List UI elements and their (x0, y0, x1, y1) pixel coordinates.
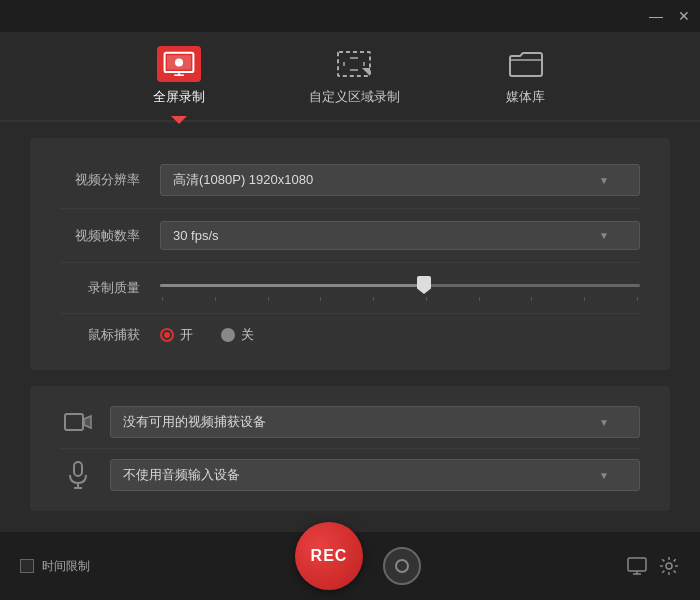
framerate-label: 视频帧数率 (60, 227, 140, 245)
tab-media-label: 媒体库 (506, 88, 545, 106)
tab-fullscreen-label: 全屏录制 (153, 88, 205, 106)
bottom-center: REC (90, 542, 626, 590)
radio-on-circle (160, 328, 174, 342)
quality-slider-thumb[interactable] (417, 276, 431, 294)
mouse-capture-radio-group: 开 关 (160, 326, 640, 344)
custom-record-icon (332, 46, 376, 82)
resolution-control: 高清(1080P) 1920x1080 ▼ (160, 164, 640, 196)
bottom-bar: 时间限制 REC (0, 532, 700, 600)
framerate-dropdown[interactable]: 30 fps/s ▼ (160, 221, 640, 250)
stop-inner-icon (395, 559, 409, 573)
radio-off-circle (221, 328, 235, 342)
tab-fullscreen[interactable]: 全屏录制 (141, 38, 217, 114)
bottom-right-icons (626, 555, 680, 577)
monitor-icon[interactable] (626, 555, 648, 577)
mouse-capture-off[interactable]: 关 (221, 326, 254, 344)
tab-bar: 全屏录制 自定义区域录制 (0, 32, 700, 122)
close-button[interactable]: ✕ (676, 8, 692, 24)
mouse-capture-label: 鼠标捕获 (60, 326, 140, 344)
audio-device-icon (60, 461, 96, 489)
svg-marker-12 (84, 416, 91, 428)
quality-control (160, 275, 640, 301)
rec-button[interactable]: REC (295, 522, 363, 590)
framerate-dropdown-arrow: ▼ (599, 230, 609, 241)
framerate-row: 视频帧数率 30 fps/s ▼ (60, 209, 640, 263)
audio-device-dropdown[interactable]: 不使用音频输入设备 ▼ (110, 459, 640, 491)
video-device-icon (60, 411, 96, 433)
tab-custom-label: 自定义区域录制 (309, 88, 400, 106)
resolution-row: 视频分辨率 高清(1080P) 1920x1080 ▼ (60, 152, 640, 209)
tab-media[interactable]: 媒体库 (492, 38, 560, 114)
fullscreen-record-icon (157, 46, 201, 82)
video-device-dropdown[interactable]: 没有可用的视频捕获设备 ▼ (110, 406, 640, 438)
audio-device-control: 不使用音频输入设备 ▼ (110, 459, 640, 491)
svg-point-4 (175, 58, 183, 66)
svg-rect-11 (65, 414, 83, 430)
framerate-control: 30 fps/s ▼ (160, 221, 640, 250)
video-device-control: 没有可用的视频捕获设备 ▼ (110, 406, 640, 438)
svg-rect-16 (628, 558, 646, 571)
quality-label: 录制质量 (60, 279, 140, 297)
audio-device-row: 不使用音频输入设备 ▼ (60, 449, 640, 501)
svg-marker-10 (362, 68, 370, 76)
device-panel: 没有可用的视频捕获设备 ▼ 不使用音频输入设备 ▼ (30, 386, 670, 511)
media-library-icon (504, 46, 548, 82)
quality-slider-track (160, 284, 640, 287)
settings-panel: 视频分辨率 高清(1080P) 1920x1080 ▼ 视频帧数率 30 fps… (30, 138, 670, 370)
mouse-capture-row: 鼠标捕获 开 关 (60, 314, 640, 356)
tab-custom[interactable]: 自定义区域录制 (297, 38, 412, 114)
time-limit-section: 时间限制 (20, 558, 90, 575)
video-device-dropdown-arrow: ▼ (599, 417, 609, 428)
mouse-capture-on[interactable]: 开 (160, 326, 193, 344)
quality-slider-container (160, 275, 640, 295)
time-limit-checkbox[interactable] (20, 559, 34, 573)
title-bar: — ✕ (0, 0, 700, 32)
svg-point-19 (666, 563, 672, 569)
mouse-capture-control: 开 关 (160, 326, 640, 344)
svg-rect-13 (74, 462, 82, 476)
svg-rect-5 (338, 52, 370, 76)
stop-button[interactable] (383, 547, 421, 585)
audio-device-dropdown-arrow: ▼ (599, 470, 609, 481)
quality-slider-fill (160, 284, 424, 287)
minimize-button[interactable]: — (648, 8, 664, 24)
settings-icon[interactable] (658, 555, 680, 577)
resolution-dropdown-arrow: ▼ (599, 175, 609, 186)
time-limit-label: 时间限制 (42, 558, 90, 575)
resolution-dropdown[interactable]: 高清(1080P) 1920x1080 ▼ (160, 164, 640, 196)
quality-row: 录制质量 (60, 263, 640, 314)
resolution-label: 视频分辨率 (60, 171, 140, 189)
video-device-row: 没有可用的视频捕获设备 ▼ (60, 396, 640, 449)
